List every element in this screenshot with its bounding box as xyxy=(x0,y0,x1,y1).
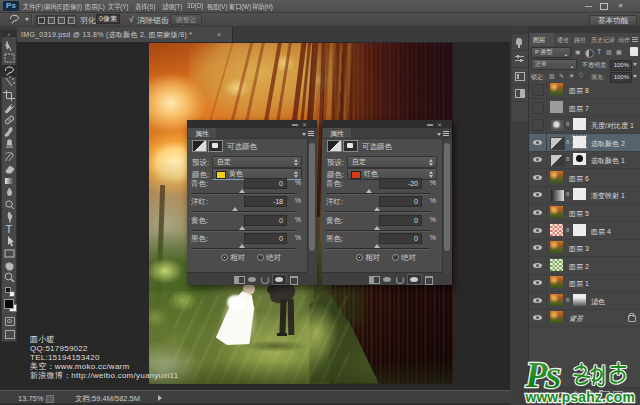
svg-text:T: T xyxy=(6,223,13,235)
svg-text:www.psahz.com: www.psahz.com xyxy=(525,390,635,405)
